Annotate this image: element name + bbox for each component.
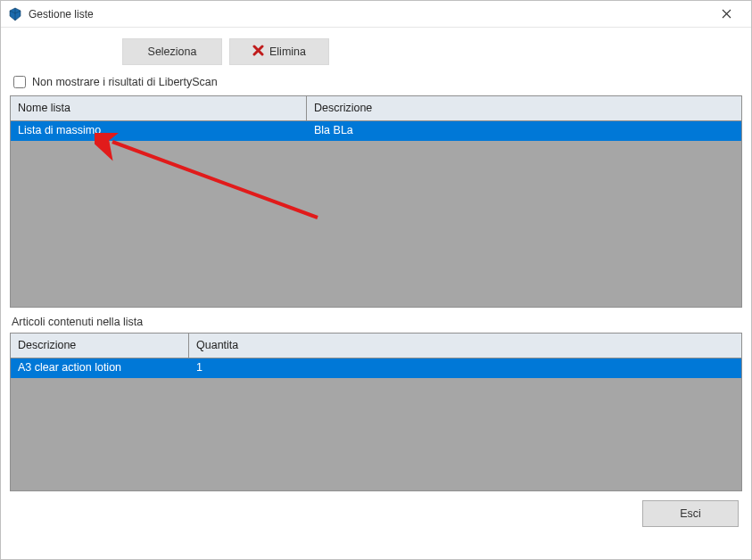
- elimina-button[interactable]: Elimina: [229, 38, 329, 65]
- articles-cell-quantity: 1: [189, 358, 741, 378]
- articles-col-description[interactable]: Descrizione: [11, 334, 189, 358]
- hide-libertyscan-checkbox[interactable]: [13, 76, 26, 88]
- articles-col-quantity[interactable]: Quantita: [189, 334, 741, 358]
- lists-grid-header: Nome lista Descrizione: [11, 96, 741, 121]
- app-icon: [8, 7, 22, 21]
- articles-section-label: Articoli contenuti nella lista: [10, 308, 742, 333]
- hide-libertyscan-label: Non mostrare i risultati di LibertyScan: [32, 76, 218, 88]
- close-icon: [722, 9, 731, 19]
- lists-row[interactable]: Lista di massimoBla BLa: [11, 121, 741, 141]
- articles-cell-description: A3 clear action lotion: [11, 358, 189, 378]
- content-area: Seleziona Elimina Non mostrare i risulta…: [1, 28, 751, 559]
- lists-cell-name: Lista di massimo: [11, 121, 307, 141]
- lists-grid: Nome lista Descrizione Lista di massimoB…: [10, 95, 742, 308]
- lists-col-description[interactable]: Descrizione: [307, 96, 741, 120]
- lists-cell-description: Bla BLa: [307, 121, 741, 141]
- hide-libertyscan-row: Non mostrare i risultati di LibertyScan: [10, 72, 742, 95]
- lists-grid-body[interactable]: Lista di massimoBla BLa: [11, 121, 741, 307]
- lists-col-name[interactable]: Nome lista: [11, 96, 307, 120]
- seleziona-label: Seleziona: [148, 45, 197, 58]
- articles-grid: Descrizione Quantita A3 clear action lot…: [10, 333, 742, 491]
- toolbar: Seleziona Elimina: [10, 35, 742, 72]
- titlebar: Gestione liste: [1, 1, 751, 28]
- articles-grid-header: Descrizione Quantita: [11, 334, 741, 358]
- dialog-window: Gestione liste Seleziona Elimina Non mos…: [0, 0, 752, 560]
- articles-row[interactable]: A3 clear action lotion1: [11, 358, 741, 378]
- delete-icon: [252, 45, 264, 59]
- elimina-label: Elimina: [269, 45, 306, 58]
- footer: Esci: [10, 491, 742, 527]
- seleziona-button[interactable]: Seleziona: [122, 38, 222, 65]
- articles-grid-body[interactable]: A3 clear action lotion1: [11, 358, 741, 490]
- close-button[interactable]: [708, 2, 744, 27]
- window-title: Gestione liste: [29, 8, 708, 21]
- esci-button[interactable]: Esci: [642, 500, 739, 527]
